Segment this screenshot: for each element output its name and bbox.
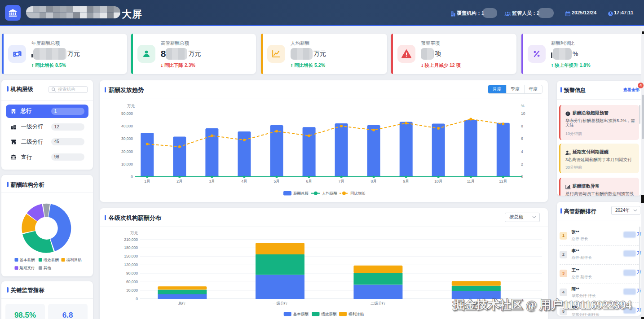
svg-text:40,000: 40,000 [121,124,133,128]
svg-text:福利津贴: 福利津贴 [348,312,364,316]
svg-text:掘金技术社区 @ 用户119116922394: 掘金技术社区 @ 用户119116922394 [452,298,631,311]
svg-text:10: 10 [521,111,525,116]
svg-text:30,000: 30,000 [121,136,133,141]
svg-text:50,000: 50,000 [121,111,133,116]
svg-text:120,000: 120,000 [124,262,138,267]
svg-text:二级分行: 二级分行 [371,301,386,306]
svg-text:6月: 6月 [306,179,312,184]
svg-text:11月: 11月 [467,179,474,184]
svg-text:同比增长: 同比增长 [350,191,366,196]
svg-text:人均薪酬: 人均薪酬 [322,191,337,196]
svg-text:绩效薪酬: 绩效薪酬 [43,258,59,262]
svg-text:90,000: 90,000 [126,271,138,275]
svg-text:5月: 5月 [273,179,279,184]
svg-text:绩效薪酬: 绩效薪酬 [321,312,336,316]
svg-text:10月: 10月 [434,179,442,184]
svg-text:2: 2 [521,162,523,166]
svg-text:4: 4 [521,149,523,154]
svg-text:6: 6 [521,136,523,141]
svg-text:福利津贴: 福利津贴 [66,258,82,262]
svg-text:9月: 9月 [403,179,409,184]
svg-text:210,000: 210,000 [124,237,138,242]
svg-text:1月: 1月 [144,179,150,184]
svg-text:基本薪酬: 基本薪酬 [293,312,308,316]
svg-text:10,000: 10,000 [121,162,133,166]
svg-text:20,000: 20,000 [121,149,133,154]
svg-text:万元: 万元 [127,104,135,108]
svg-text:4月: 4月 [241,179,247,184]
svg-text:180,000: 180,000 [124,245,138,250]
svg-text:延期支付: 延期支付 [19,266,35,270]
svg-text:8: 8 [521,124,523,128]
svg-text:7月: 7月 [338,179,344,184]
svg-text:150,000: 150,000 [124,254,138,258]
svg-text:一级分行: 一级分行 [273,301,288,306]
svg-text:8月: 8月 [371,179,376,184]
svg-text:%: % [521,104,525,108]
svg-text:60,000: 60,000 [126,280,138,284]
svg-text:其他: 其他 [44,266,52,270]
svg-text:30,000: 30,000 [126,288,138,293]
svg-text:0: 0 [131,175,133,179]
svg-text:薪酬总额: 薪酬总额 [293,191,309,196]
svg-text:总行: 总行 [178,301,186,306]
svg-text:12月: 12月 [499,179,507,184]
svg-text:2月: 2月 [176,179,182,184]
svg-text:万元: 万元 [130,231,138,235]
svg-text:基本薪酬: 基本薪酬 [20,258,35,262]
svg-text:3月: 3月 [209,179,215,184]
svg-text:0: 0 [136,297,138,301]
